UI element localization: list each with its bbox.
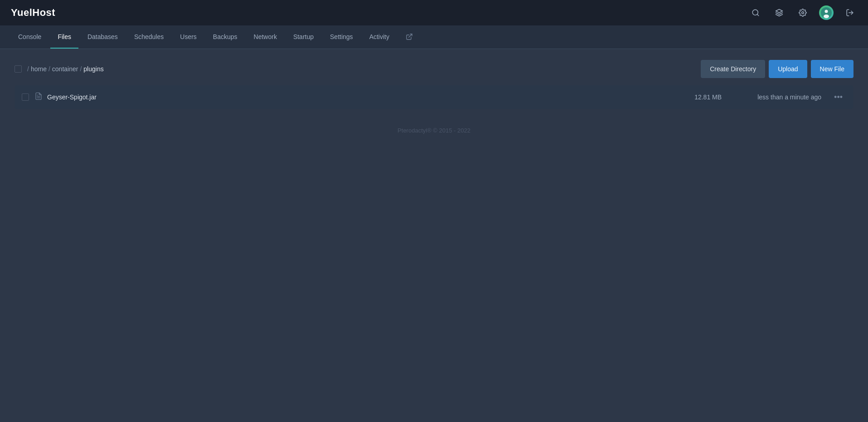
nav-item-schedules[interactable]: Schedules xyxy=(127,25,171,49)
nav-item-external[interactable] xyxy=(398,25,420,49)
nav-item-network[interactable]: Network xyxy=(247,25,284,49)
nav-item-console[interactable]: Console xyxy=(11,25,48,49)
file-size: 12.81 MB xyxy=(676,93,722,101)
upload-button[interactable]: Upload xyxy=(769,60,807,78)
nav-item-settings[interactable]: Settings xyxy=(323,25,360,49)
select-all-checkbox[interactable] xyxy=(15,65,22,73)
footer: Pterodactyl® © 2015 - 2022 xyxy=(15,127,853,134)
logout-icon[interactable] xyxy=(843,5,857,20)
breadcrumb-sep-2: / xyxy=(48,65,50,73)
svg-line-1 xyxy=(757,14,758,15)
file-checkbox[interactable] xyxy=(22,93,29,101)
breadcrumb-current: plugins xyxy=(83,65,103,73)
file-icon xyxy=(34,92,43,102)
svg-point-5 xyxy=(825,10,828,13)
file-modified: less than a minute ago xyxy=(740,93,821,101)
file-actions-button[interactable]: ••• xyxy=(830,91,846,104)
svg-line-8 xyxy=(409,34,412,37)
file-name: Geyser-Spigot.jar xyxy=(47,93,676,101)
nav-items: Console Files Databases Schedules Users … xyxy=(11,25,420,49)
nav-item-activity[interactable]: Activity xyxy=(362,25,397,49)
layers-icon[interactable] xyxy=(772,5,786,20)
table-row[interactable]: Geyser-Spigot.jar 12.81 MB less than a m… xyxy=(15,85,853,109)
breadcrumb-container[interactable]: container xyxy=(52,65,78,73)
toolbar-buttons: Create Directory Upload New File xyxy=(701,60,853,78)
svg-point-6 xyxy=(824,15,829,18)
breadcrumb-home[interactable]: home xyxy=(31,65,47,73)
nav-item-backups[interactable]: Backups xyxy=(206,25,245,49)
navbar: Console Files Databases Schedules Users … xyxy=(0,25,868,49)
search-icon[interactable] xyxy=(748,5,763,20)
new-file-button[interactable]: New File xyxy=(811,60,853,78)
svg-marker-2 xyxy=(776,10,783,13)
create-directory-button[interactable]: Create Directory xyxy=(701,60,765,78)
topbar: YuelHost xyxy=(0,0,868,25)
topbar-icons xyxy=(748,5,857,20)
app-logo: YuelHost xyxy=(11,7,55,19)
file-list: Geyser-Spigot.jar 12.81 MB less than a m… xyxy=(15,85,853,109)
file-toolbar: / home / container / plugins Create Dire… xyxy=(15,60,853,78)
main-content: / home / container / plugins Create Dire… xyxy=(0,49,868,145)
nav-item-users[interactable]: Users xyxy=(173,25,204,49)
breadcrumb: / home / container / plugins xyxy=(15,65,104,73)
nav-item-databases[interactable]: Databases xyxy=(80,25,125,49)
gear-icon[interactable] xyxy=(795,5,810,20)
breadcrumb-sep-1: / xyxy=(27,65,29,73)
footer-text: Pterodactyl® © 2015 - 2022 xyxy=(398,127,470,134)
svg-point-3 xyxy=(802,12,804,14)
nav-item-startup[interactable]: Startup xyxy=(286,25,321,49)
breadcrumb-sep-3: / xyxy=(80,65,82,73)
nav-item-files[interactable]: Files xyxy=(50,25,78,49)
user-avatar[interactable] xyxy=(819,5,834,20)
